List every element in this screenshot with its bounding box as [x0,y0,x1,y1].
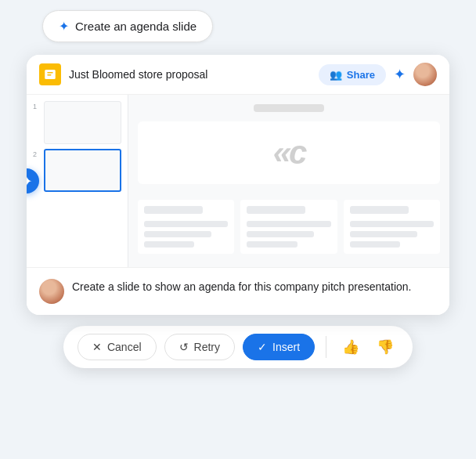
svg-rect-2 [47,74,51,76]
user-avatar [39,279,64,304]
chat-area: Create a slide to show an agenda for thi… [27,267,449,315]
slide-col-3 [344,200,440,254]
slide-panel: 1 2 [27,95,128,267]
skeleton-title-3 [350,206,409,214]
skeleton-line-1a [144,221,228,227]
slide-thumb-1: 1 [33,101,121,144]
skeleton-line-2c [247,241,297,248]
skeleton-title-1 [144,206,203,214]
retry-button[interactable]: ↺ Retry [164,334,235,360]
cancel-icon: ✕ [92,341,102,353]
divider [326,336,326,358]
slides-content-area: ✦ 1 2 «c [27,95,449,267]
gemini-star-icon[interactable]: ✦ [394,66,406,83]
avatar[interactable] [413,63,437,86]
insert-button[interactable]: ✓ Insert [243,334,315,360]
user-avatar-image [39,279,64,304]
main-card: Just Bloomed store proposal 👥 Share ✦ ✦ … [27,55,449,315]
avatar-image [413,63,437,86]
thumbdown-icon: 👎 [377,338,394,356]
retry-icon: ↺ [179,341,189,353]
slide-num-2: 2 [33,149,41,158]
slides-icon [39,63,61,85]
skeleton-line-3c [350,241,400,248]
skeleton-line-1b [144,231,211,237]
skeleton-line-2b [247,231,314,237]
slides-header: Just Bloomed store proposal 👥 Share ✦ [27,55,449,95]
create-agenda-pill[interactable]: ✦ Create an agenda slide [42,10,213,42]
slide-main-preview: «c [138,121,440,184]
skeleton-title-2 [247,206,305,214]
kc-logo: «c [273,134,305,172]
insert-label: Insert [272,341,300,353]
slide-grid-bottom [138,200,440,254]
slide-title-placeholder [254,104,324,112]
slide-thumb-box-1[interactable] [44,101,121,144]
thumbup-button[interactable]: 👍 [337,335,364,359]
skeleton-line-3a [350,221,434,227]
sparkle-icon: ✦ [59,19,69,34]
skeleton-line-2a [247,221,330,227]
skeleton-line-3b [350,231,417,237]
retry-label: Retry [194,341,220,353]
svg-rect-1 [47,72,53,74]
slide-thumb-box-2[interactable] [44,149,121,192]
chat-message: Create a slide to show an agenda for thi… [72,279,411,295]
cancel-button[interactable]: ✕ Cancel [78,334,157,360]
share-button[interactable]: 👥 Share [319,64,386,85]
page-container: ✦ Create an agenda slide Just Bloomed st… [11,10,465,449]
thumbup-icon: 👍 [342,338,359,356]
slides-doc-title: Just Bloomed store proposal [69,68,311,81]
action-bar: ✕ Cancel ↺ Retry ✓ Insert 👍 👎 [63,326,413,368]
thumbdown-button[interactable]: 👎 [372,335,398,359]
slide-thumb-2: 2 [33,149,121,192]
share-people-icon: 👥 [330,69,342,81]
top-pill-label: Create an agenda slide [75,20,197,33]
cancel-label: Cancel [107,341,142,353]
slide-col-1 [138,200,234,254]
slide-col-2 [240,200,337,254]
skeleton-line-1c [144,241,194,248]
slide-num-1: 1 [33,101,41,110]
share-label: Share [347,69,375,81]
insert-icon: ✓ [258,341,267,353]
